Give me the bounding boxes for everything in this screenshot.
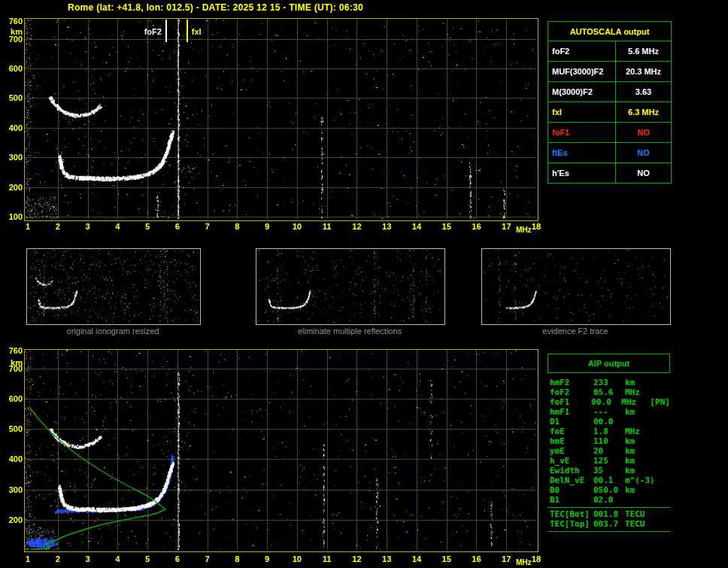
aip-param-unit: MHz	[621, 397, 650, 407]
x-axis-tick-bottom: 10	[293, 554, 302, 563]
aip-tec-unit: TECU	[625, 509, 655, 519]
aip-param-note: [PN]	[651, 397, 671, 407]
marker-label-fof2: foF2	[141, 27, 162, 36]
x-axis-tick-top: 11	[323, 222, 332, 231]
x-axis-tick-bottom: 15	[442, 554, 451, 563]
aip-tec-value: 003.7	[593, 519, 625, 529]
aip-param-value: 050.0	[593, 485, 625, 495]
x-axis-tick-bottom: 9	[265, 554, 269, 563]
aip-param-note	[655, 407, 670, 417]
aip-panel-title-box: AIP output	[548, 354, 670, 373]
autoscala-row: fxI6.3 MHz	[548, 102, 671, 122]
x-axis-tick-top: 16	[472, 222, 481, 231]
x-axis-tick-top: 12	[352, 222, 361, 231]
autoscala-row: MUF(3000)F220.3 MHz	[548, 61, 671, 81]
y-axis-tick-top: 500	[2, 93, 23, 102]
aip-param-unit: MHz	[625, 387, 655, 397]
x-axis-tick-top: 17	[502, 222, 511, 231]
y-axis-tick-top: 600	[2, 64, 23, 73]
autoscala-app: { "header": { "title": "Rome (lat: +41.8…	[0, 0, 728, 568]
aip-param-value: 00.1	[593, 475, 625, 485]
thumbnail-evidence-f2-canvas	[482, 249, 669, 323]
x-axis-tick-bottom: 7	[205, 554, 210, 563]
aip-output-panel: AIP output hmF2233kmfoF205.6MHzfoF100.0M…	[548, 354, 670, 533]
aip-param-value: 00.0	[593, 417, 625, 427]
aip-param-name: foF1	[548, 397, 591, 407]
x-axis-tick-bottom: 17	[502, 554, 511, 563]
aip-param-unit: MHz	[625, 427, 655, 436]
aip-tec-unit: TECU	[625, 519, 655, 529]
y-axis-tick-bottom: 500	[2, 424, 23, 433]
aip-separator-top	[548, 507, 670, 508]
x-axis-tick-top: 8	[235, 222, 239, 231]
x-axis-tick-top: 1	[26, 222, 30, 231]
page-title: Rome (lat: +41.8, lon: 012.5) - DATE: 20…	[68, 2, 363, 13]
aip-param-note	[655, 495, 670, 505]
y-axis-tick-top: 760	[2, 17, 23, 26]
aip-param-unit: km	[625, 436, 655, 446]
aip-param-name: Ewidth	[548, 466, 593, 475]
y-axis-tick-top: 700	[2, 35, 23, 44]
y-axis-tick-bottom: 600	[2, 394, 23, 403]
aip-param-name: foF2	[548, 387, 593, 397]
aip-row: Ewidth35km	[548, 466, 670, 475]
autoscala-param: foF1	[548, 123, 616, 142]
aip-param-unit: km	[625, 456, 655, 466]
x-axis-tick-bottom: 14	[412, 554, 421, 563]
aip-tec-row: TEC[Bot]001.8TECU	[548, 509, 670, 519]
y-axis-tick-bottom: 760	[2, 346, 23, 355]
thumbnail-caption-eliminate: eliminate multiple reflections	[256, 327, 444, 336]
x-axis-tick-bottom: 1	[26, 554, 30, 563]
x-axis-tick-top: 9	[265, 222, 269, 231]
aip-param-unit	[625, 417, 655, 427]
marker-label-fxi: fxI	[192, 27, 202, 36]
aip-row: h_vE125km	[548, 456, 670, 466]
autoscala-row: foF25.6 MHz	[548, 41, 671, 61]
aip-param-note	[655, 387, 670, 397]
aip-param-name: B1	[548, 495, 593, 505]
aip-param-name: hmE	[548, 436, 593, 446]
y-axis-tick-top: 300	[2, 153, 23, 162]
autoscala-param: ftEs	[548, 143, 616, 163]
autoscala-value: NO	[616, 143, 671, 163]
aip-param-name: D1	[548, 417, 593, 427]
autoscala-value: 3.63	[616, 82, 671, 102]
aip-tec-name: TEC[Bot]	[548, 509, 593, 519]
x-axis-tick-top: 5	[145, 222, 150, 231]
x-axis-tick-top: 4	[115, 222, 120, 231]
aip-row: hmE110km	[548, 436, 670, 446]
aip-param-name: foE	[548, 427, 593, 436]
x-axis-tick-top: 3	[85, 222, 89, 231]
aip-row: foF100.0MHz[PN]	[548, 397, 670, 407]
bottom-ionogram-plot	[24, 349, 538, 552]
x-axis-tick-bottom: 4	[115, 554, 120, 563]
aip-row: B0050.0km	[548, 485, 670, 495]
aip-tec-list: TEC[Bot]001.8TECUTEC[Top]003.7TECU	[548, 509, 670, 529]
autoscala-row: h'EsNO	[548, 163, 671, 183]
thumbnail-evidence-f2	[481, 248, 671, 325]
aip-param-value: 05.6	[593, 387, 625, 397]
aip-tec-value: 001.8	[593, 509, 625, 519]
aip-param-unit: km	[625, 466, 655, 475]
x-axis-unit-top: MHz	[516, 226, 532, 234]
aip-tec-name: TEC[Top]	[548, 519, 593, 529]
y-axis-tick-top: 400	[2, 123, 23, 132]
x-axis-tick-top: 13	[382, 222, 391, 231]
y-axis-tick-bottom: 300	[2, 485, 23, 494]
x-axis-tick-bottom: 6	[175, 554, 180, 563]
x-axis-tick-bottom: 16	[472, 554, 481, 563]
autoscala-output-panel: AUTOSCALA output foF25.6 MHzMUF(3000)F22…	[548, 21, 672, 184]
thumbnail-original-ionogram	[26, 248, 201, 325]
x-axis-tick-top: 10	[293, 222, 302, 231]
aip-row: hmF2233km	[548, 378, 670, 387]
marker-line-fof2	[165, 20, 167, 42]
aip-param-unit: km	[625, 485, 655, 495]
x-axis-tick-top: 7	[205, 222, 210, 231]
autoscala-panel-title: AUTOSCALA output	[548, 22, 671, 41]
aip-param-name: B0	[548, 485, 593, 495]
x-axis-tick-bottom: 5	[145, 554, 150, 563]
autoscala-param: fxI	[548, 102, 616, 122]
aip-param-note	[655, 436, 670, 446]
thumbnail-eliminate-reflections-canvas	[256, 249, 443, 323]
aip-param-unit: m^(-3)	[625, 475, 655, 485]
